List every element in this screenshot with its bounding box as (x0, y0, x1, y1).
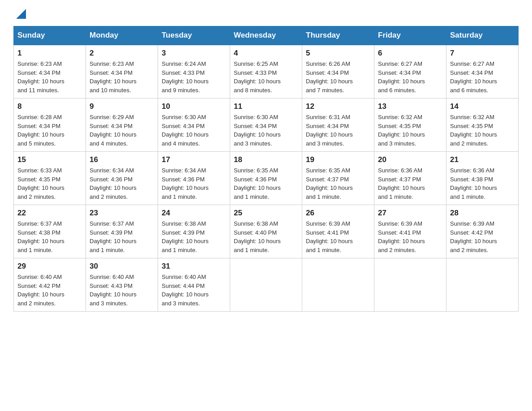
weekday-header-wednesday: Wednesday (230, 26, 302, 45)
day-number: 29 (17, 262, 82, 271)
calendar-cell: 13 Sunrise: 6:32 AM Sunset: 4:35 PM Dayl… (374, 98, 446, 152)
day-info: Sunrise: 6:23 AM Sunset: 4:34 PM Dayligh… (90, 60, 154, 94)
logo (13, 9, 26, 17)
calendar-cell: 8 Sunrise: 6:28 AM Sunset: 4:34 PM Dayli… (14, 98, 86, 152)
day-number: 8 (17, 102, 82, 111)
day-info: Sunrise: 6:38 AM Sunset: 4:39 PM Dayligh… (162, 219, 226, 254)
calendar-cell: 24 Sunrise: 6:38 AM Sunset: 4:39 PM Dayl… (158, 205, 230, 258)
calendar-cell: 1 Sunrise: 6:23 AM Sunset: 4:34 PM Dayli… (14, 45, 86, 98)
calendar-week-row: 29 Sunrise: 6:40 AM Sunset: 4:42 PM Dayl… (14, 258, 519, 312)
day-number: 28 (450, 209, 515, 218)
day-number: 19 (306, 155, 370, 164)
day-info: Sunrise: 6:28 AM Sunset: 4:34 PM Dayligh… (17, 113, 82, 148)
day-info: Sunrise: 6:40 AM Sunset: 4:42 PM Dayligh… (17, 273, 82, 308)
day-info: Sunrise: 6:27 AM Sunset: 4:34 PM Dayligh… (378, 60, 442, 94)
day-number: 3 (162, 49, 226, 58)
calendar-cell: 10 Sunrise: 6:30 AM Sunset: 4:34 PM Dayl… (158, 98, 230, 152)
day-number: 17 (162, 155, 226, 164)
calendar-cell: 20 Sunrise: 6:36 AM Sunset: 4:37 PM Dayl… (374, 152, 446, 205)
day-number: 9 (90, 102, 154, 111)
calendar-cell (446, 258, 519, 312)
page-header (13, 9, 519, 17)
day-number: 13 (378, 102, 442, 111)
day-info: Sunrise: 6:37 AM Sunset: 4:38 PM Dayligh… (17, 219, 82, 254)
day-number: 18 (234, 155, 298, 164)
weekday-header-tuesday: Tuesday (158, 26, 230, 45)
day-number: 24 (162, 209, 226, 218)
calendar-week-row: 8 Sunrise: 6:28 AM Sunset: 4:34 PM Dayli… (14, 98, 519, 152)
calendar-cell: 31 Sunrise: 6:40 AM Sunset: 4:44 PM Dayl… (158, 258, 230, 312)
calendar-week-row: 15 Sunrise: 6:33 AM Sunset: 4:35 PM Dayl… (14, 152, 519, 205)
day-info: Sunrise: 6:33 AM Sunset: 4:35 PM Dayligh… (17, 166, 82, 201)
day-number: 12 (306, 102, 370, 111)
day-info: Sunrise: 6:40 AM Sunset: 4:43 PM Dayligh… (90, 273, 154, 308)
weekday-header-saturday: Saturday (446, 26, 519, 45)
calendar-cell: 27 Sunrise: 6:39 AM Sunset: 4:41 PM Dayl… (374, 205, 446, 258)
calendar-cell (374, 258, 446, 312)
day-info: Sunrise: 6:26 AM Sunset: 4:34 PM Dayligh… (306, 60, 370, 94)
calendar-cell: 25 Sunrise: 6:38 AM Sunset: 4:40 PM Dayl… (230, 205, 302, 258)
calendar-cell: 6 Sunrise: 6:27 AM Sunset: 4:34 PM Dayli… (374, 45, 446, 98)
day-info: Sunrise: 6:30 AM Sunset: 4:34 PM Dayligh… (162, 113, 226, 148)
calendar-week-row: 22 Sunrise: 6:37 AM Sunset: 4:38 PM Dayl… (14, 205, 519, 258)
calendar-cell (302, 258, 374, 312)
day-number: 26 (306, 209, 370, 218)
calendar-cell: 22 Sunrise: 6:37 AM Sunset: 4:38 PM Dayl… (14, 205, 86, 258)
day-info: Sunrise: 6:39 AM Sunset: 4:41 PM Dayligh… (306, 219, 370, 254)
day-number: 23 (90, 209, 154, 218)
day-info: Sunrise: 6:34 AM Sunset: 4:36 PM Dayligh… (90, 166, 154, 201)
day-number: 11 (234, 102, 298, 111)
calendar-cell: 29 Sunrise: 6:40 AM Sunset: 4:42 PM Dayl… (14, 258, 86, 312)
day-info: Sunrise: 6:35 AM Sunset: 4:36 PM Dayligh… (234, 166, 298, 201)
day-info: Sunrise: 6:39 AM Sunset: 4:41 PM Dayligh… (378, 219, 442, 254)
day-info: Sunrise: 6:32 AM Sunset: 4:35 PM Dayligh… (378, 113, 442, 148)
calendar-cell: 11 Sunrise: 6:30 AM Sunset: 4:34 PM Dayl… (230, 98, 302, 152)
day-number: 31 (162, 262, 226, 271)
day-info: Sunrise: 6:23 AM Sunset: 4:34 PM Dayligh… (17, 60, 82, 94)
day-number: 27 (378, 209, 442, 218)
calendar-cell: 21 Sunrise: 6:36 AM Sunset: 4:38 PM Dayl… (446, 152, 519, 205)
calendar-cell (230, 258, 302, 312)
calendar-cell: 9 Sunrise: 6:29 AM Sunset: 4:34 PM Dayli… (86, 98, 158, 152)
day-info: Sunrise: 6:39 AM Sunset: 4:42 PM Dayligh… (450, 219, 515, 254)
day-info: Sunrise: 6:29 AM Sunset: 4:34 PM Dayligh… (90, 113, 154, 148)
day-info: Sunrise: 6:30 AM Sunset: 4:34 PM Dayligh… (234, 113, 298, 148)
calendar-cell: 4 Sunrise: 6:25 AM Sunset: 4:33 PM Dayli… (230, 45, 302, 98)
day-number: 20 (378, 155, 442, 164)
calendar-cell: 23 Sunrise: 6:37 AM Sunset: 4:39 PM Dayl… (86, 205, 158, 258)
day-info: Sunrise: 6:37 AM Sunset: 4:39 PM Dayligh… (90, 219, 154, 254)
day-number: 16 (90, 155, 154, 164)
day-number: 22 (17, 209, 82, 218)
day-number: 21 (450, 155, 515, 164)
weekday-header-friday: Friday (374, 26, 446, 45)
day-number: 30 (90, 262, 154, 271)
weekday-header-row: SundayMondayTuesdayWednesdayThursdayFrid… (14, 26, 519, 45)
calendar-cell: 3 Sunrise: 6:24 AM Sunset: 4:33 PM Dayli… (158, 45, 230, 98)
calendar-cell: 28 Sunrise: 6:39 AM Sunset: 4:42 PM Dayl… (446, 205, 519, 258)
calendar-week-row: 1 Sunrise: 6:23 AM Sunset: 4:34 PM Dayli… (14, 45, 519, 98)
day-number: 14 (450, 102, 515, 111)
day-number: 10 (162, 102, 226, 111)
calendar-cell: 7 Sunrise: 6:27 AM Sunset: 4:34 PM Dayli… (446, 45, 519, 98)
logo-triangle-icon (16, 9, 26, 19)
weekday-header-thursday: Thursday (302, 26, 374, 45)
day-info: Sunrise: 6:40 AM Sunset: 4:44 PM Dayligh… (162, 273, 226, 308)
day-number: 2 (90, 49, 154, 58)
calendar-cell: 17 Sunrise: 6:34 AM Sunset: 4:36 PM Dayl… (158, 152, 230, 205)
day-number: 15 (17, 155, 82, 164)
day-info: Sunrise: 6:35 AM Sunset: 4:37 PM Dayligh… (306, 166, 370, 201)
calendar-cell: 19 Sunrise: 6:35 AM Sunset: 4:37 PM Dayl… (302, 152, 374, 205)
calendar-table: SundayMondayTuesdayWednesdayThursdayFrid… (13, 26, 519, 312)
day-number: 1 (17, 49, 82, 58)
weekday-header-monday: Monday (86, 26, 158, 45)
day-info: Sunrise: 6:31 AM Sunset: 4:34 PM Dayligh… (306, 113, 370, 148)
day-info: Sunrise: 6:25 AM Sunset: 4:33 PM Dayligh… (234, 60, 298, 94)
day-number: 7 (450, 49, 515, 58)
calendar-cell: 5 Sunrise: 6:26 AM Sunset: 4:34 PM Dayli… (302, 45, 374, 98)
weekday-header-sunday: Sunday (14, 26, 86, 45)
day-info: Sunrise: 6:36 AM Sunset: 4:38 PM Dayligh… (450, 166, 515, 201)
day-info: Sunrise: 6:34 AM Sunset: 4:36 PM Dayligh… (162, 166, 226, 201)
calendar-cell: 12 Sunrise: 6:31 AM Sunset: 4:34 PM Dayl… (302, 98, 374, 152)
calendar-cell: 26 Sunrise: 6:39 AM Sunset: 4:41 PM Dayl… (302, 205, 374, 258)
day-info: Sunrise: 6:38 AM Sunset: 4:40 PM Dayligh… (234, 219, 298, 254)
